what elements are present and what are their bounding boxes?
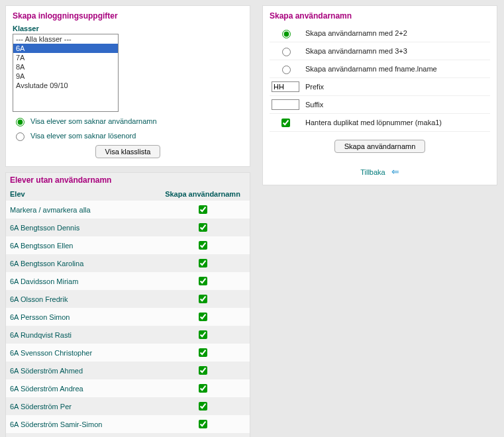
student-name-cell: 6A Rundqvist Rasti: [6, 326, 156, 344]
table-row: 6A Söderström Andrea: [6, 379, 250, 397]
student-create-checkbox[interactable]: [199, 330, 207, 339]
handle-duplicate-label: Hantera duplikat med löpnummer (maka1): [301, 119, 442, 126]
classes-label: Klasser: [13, 24, 243, 32]
student-name-cell: 6A Bengtsson Dennis: [6, 218, 156, 236]
class-option[interactable]: 7A: [13, 53, 118, 62]
create-username-panel: Skapa användarnamn Skapa användarnamn me…: [262, 5, 497, 185]
student-create-checkbox[interactable]: [199, 241, 207, 250]
class-option[interactable]: Avslutade 09/10: [13, 81, 118, 90]
class-option[interactable]: 9A: [13, 72, 118, 81]
table-row: 6A Bengtsson Dennis: [6, 218, 250, 236]
filter-missing-password-radio[interactable]: [16, 132, 25, 141]
table-row: 6A Bengtsson Karolina: [6, 254, 250, 272]
student-checkbox-cell: [156, 308, 250, 326]
student-checkbox-cell: [156, 415, 250, 433]
student-create-checkbox[interactable]: [199, 223, 207, 232]
table-row: 6A Söderström Samir-Simon: [6, 415, 250, 433]
students-panel: Elever utan användarnamn Elev Skapa anvä…: [5, 172, 250, 437]
prefix-input[interactable]: [272, 81, 299, 92]
student-name-cell: Markera / avmarkera alla: [6, 201, 156, 218]
student-create-checkbox[interactable]: [199, 295, 207, 303]
students-title: Elever utan användarnamn: [6, 173, 250, 187]
student-create-checkbox[interactable]: [199, 259, 207, 267]
table-row: 6A Wahlberg Jimmy: [6, 433, 250, 437]
table-row: 6A Rundqvist Rasti: [6, 326, 250, 344]
back-arrow-icon: ⇐: [391, 166, 399, 177]
student-checkbox-cell: [156, 272, 250, 290]
student-name-cell: 6A Bengtsson Karolina: [6, 254, 156, 272]
student-name-cell: 6A Söderström Ahmed: [6, 362, 156, 379]
suffix-label: Suffix: [301, 101, 323, 109]
student-checkbox-cell: [156, 379, 250, 397]
col-elev-header: Elev: [6, 187, 156, 201]
student-name-cell: 6A Svensson Christopher: [6, 344, 156, 362]
scheme-fname-label: Skapa användarnamn med fname.lname: [301, 65, 437, 73]
class-listbox[interactable]: --- Alla klasser ---6A7A8A9AAvslutade 09…: [13, 34, 119, 112]
prefix-label: Prefix: [301, 83, 324, 91]
student-create-checkbox[interactable]: [199, 205, 207, 214]
student-name-cell: 6A Davidsson Miriam: [6, 272, 156, 290]
table-row: 6A Söderström Ahmed: [6, 362, 250, 379]
table-row: Markera / avmarkera alla: [6, 201, 250, 218]
handle-duplicate-checkbox[interactable]: [281, 119, 290, 127]
student-create-checkbox[interactable]: [199, 277, 207, 285]
student-create-checkbox[interactable]: [199, 420, 207, 428]
student-name-cell: 6A Wahlberg Jimmy: [6, 433, 156, 437]
student-checkbox-cell: [156, 433, 250, 437]
back-link[interactable]: Tillbaka: [360, 168, 385, 176]
student-checkbox-cell: [156, 236, 250, 254]
scheme-3-3-label: Skapa användarnamn med 3+3: [301, 47, 407, 55]
student-checkbox-cell: [156, 397, 250, 415]
student-name-cell: 6A Olsson Fredrik: [6, 290, 156, 308]
student-create-checkbox[interactable]: [199, 313, 207, 321]
student-name-cell: 6A Söderström Per: [6, 397, 156, 415]
student-create-checkbox[interactable]: [199, 366, 207, 375]
student-checkbox-cell: [156, 290, 250, 308]
filter-missing-password-label: Visa elever som saknar lösenord: [30, 132, 136, 140]
table-row: 6A Persson Simon: [6, 308, 250, 326]
class-option[interactable]: 8A: [13, 62, 118, 72]
student-name-cell: 6A Persson Simon: [6, 308, 156, 326]
create-login-title: Skapa inloggningsuppgifter: [13, 11, 243, 21]
scheme-fname-radio[interactable]: [282, 66, 291, 74]
student-checkbox-cell: [156, 254, 250, 272]
create-login-panel: Skapa inloggningsuppgifter Klasser --- A…: [5, 5, 250, 167]
scheme-2-2-label: Skapa användarnamn med 2+2: [301, 29, 407, 37]
create-username-title: Skapa användarnamn: [270, 11, 490, 21]
table-row: 6A Bengtsson Ellen: [6, 236, 250, 254]
filter-missing-username-label: Visa elever som saknar användarnamn: [30, 117, 157, 125]
student-name-cell: 6A Söderström Samir-Simon: [6, 415, 156, 433]
scheme-2-2-radio[interactable]: [282, 30, 291, 38]
filter-missing-username-radio[interactable]: [16, 118, 25, 126]
student-checkbox-cell: [156, 326, 250, 344]
class-option[interactable]: 6A: [13, 44, 118, 53]
student-create-checkbox[interactable]: [199, 348, 207, 357]
class-option[interactable]: --- Alla klasser ---: [13, 34, 118, 44]
col-create-header: Skapa användarnamn: [156, 187, 250, 201]
students-table: Elev Skapa användarnamn Markera / avmark…: [6, 187, 250, 437]
table-row: 6A Svensson Christopher: [6, 344, 250, 362]
student-name-cell: 6A Söderström Andrea: [6, 379, 156, 397]
table-row: 6A Olsson Fredrik: [6, 290, 250, 308]
student-checkbox-cell: [156, 362, 250, 379]
student-name-cell: 6A Bengtsson Ellen: [6, 236, 156, 254]
student-checkbox-cell: [156, 344, 250, 362]
student-checkbox-cell: [156, 201, 250, 218]
create-username-button[interactable]: Skapa användarnamn: [334, 140, 426, 153]
student-create-checkbox[interactable]: [199, 402, 207, 411]
table-row: 6A Davidsson Miriam: [6, 272, 250, 290]
scheme-3-3-radio[interactable]: [282, 48, 291, 56]
student-checkbox-cell: [156, 218, 250, 236]
suffix-input[interactable]: [272, 99, 299, 110]
show-classlist-button[interactable]: Visa klasslista: [95, 145, 161, 158]
student-create-checkbox[interactable]: [199, 384, 207, 393]
table-row: 6A Söderström Per: [6, 397, 250, 415]
